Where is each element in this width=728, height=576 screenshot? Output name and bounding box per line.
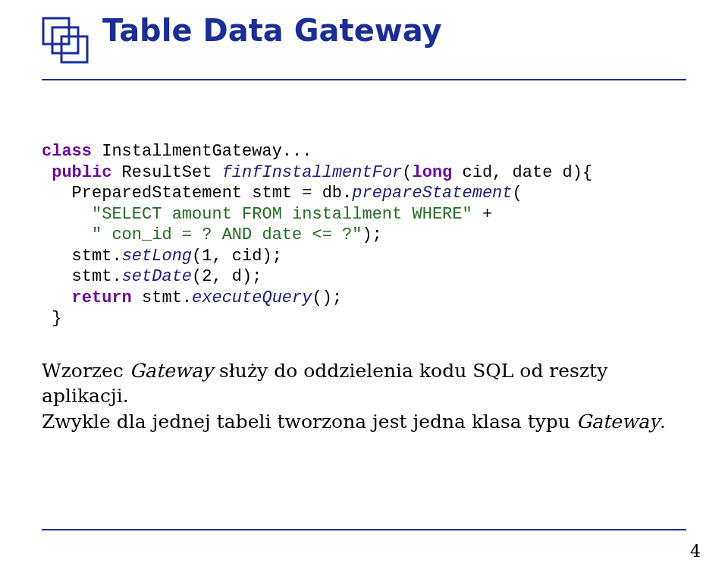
code-text: ResultSet — [111, 163, 221, 182]
code-keyword: return — [42, 288, 132, 307]
code-text: (1, cid); — [192, 247, 282, 266]
code-text: InstallmentGateway... — [92, 142, 312, 161]
code-text: stmt. — [132, 288, 192, 307]
paragraph-text: Wzorzec — [42, 360, 130, 382]
svg-rect-0 — [43, 18, 69, 44]
header-underline — [42, 79, 686, 80]
code-text: PreparedStatement stmt = db. — [42, 184, 352, 203]
description-paragraph: Wzorzec Gateway służy do oddzielenia kod… — [42, 358, 686, 435]
paragraph-italic: Gateway — [130, 360, 213, 382]
code-text: (2, d); — [192, 267, 262, 286]
paragraph-italic: Gateway — [576, 411, 660, 433]
slide: Table Data Gateway class InstallmentGate… — [0, 0, 728, 576]
paragraph-text: . — [660, 411, 666, 433]
footer-line — [42, 529, 686, 530]
code-function: executeQuery — [192, 288, 312, 307]
code-text: cid, date d){ — [452, 163, 592, 182]
code-string: " con_id = ? AND date <= ?" — [42, 225, 362, 244]
code-text: ( — [402, 163, 412, 182]
code-function: setDate — [122, 267, 192, 286]
svg-rect-2 — [61, 36, 87, 62]
code-function: prepareStatement — [352, 184, 512, 203]
code-keyword: public — [52, 163, 111, 182]
overlapping-squares-icon — [42, 17, 89, 67]
page-number: 4 — [690, 542, 701, 561]
code-block: class InstallmentGateway... public Resul… — [42, 141, 686, 329]
code-text: stmt. — [42, 267, 122, 286]
code-text: (); — [312, 288, 342, 307]
code-keyword: long — [413, 163, 453, 182]
svg-rect-1 — [52, 27, 78, 53]
slide-header: Table Data Gateway — [42, 14, 686, 67]
code-function: setLong — [122, 247, 192, 266]
code-keyword: class — [42, 142, 92, 161]
code-text: + — [472, 205, 492, 224]
slide-title: Table Data Gateway — [102, 14, 442, 47]
code-text: ( — [513, 184, 522, 203]
paragraph-text: Zwykle dla jednej tabeli tworzona jest j… — [42, 411, 576, 433]
code-text: ); — [362, 225, 381, 244]
code-function: finfInstallmentFor — [222, 163, 403, 182]
code-text: stmt. — [42, 247, 122, 266]
code-text: } — [42, 309, 61, 328]
code-string: "SELECT amount FROM installment WHERE" — [42, 205, 472, 224]
